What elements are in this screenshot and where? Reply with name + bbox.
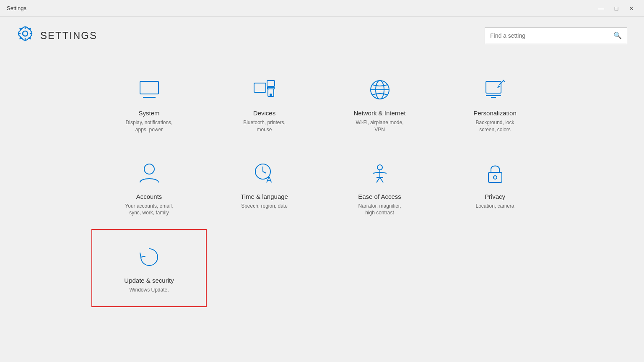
title-bar: Settings — □ ✕ — [0, 0, 644, 17]
search-icon: 🔍 — [613, 31, 622, 39]
privacy-desc: Location, camera — [475, 203, 514, 210]
system-title: System — [138, 109, 159, 117]
settings-item-accounts[interactable]: Accounts Your accounts, email,sync, work… — [91, 146, 207, 229]
search-box[interactable]: 🔍 — [485, 27, 627, 44]
update-desc: Windows Update, — [129, 286, 169, 294]
header-left: SETTINGS — [17, 25, 97, 46]
settings-item-time[interactable]: A Time & language Speech, region, date — [207, 146, 322, 229]
app-title: SETTINGS — [40, 30, 97, 42]
svg-rect-4 — [254, 83, 266, 92]
accounts-title: Accounts — [136, 193, 162, 200]
svg-rect-8 — [267, 87, 274, 89]
svg-point-26 — [493, 176, 497, 179]
ease-title: Ease of Access — [358, 193, 401, 200]
svg-point-24 — [377, 165, 382, 170]
accounts-desc: Your accounts, email,sync, work, family — [125, 203, 173, 217]
settings-window: Settings — □ ✕ SETTINGS 🔍 — [0, 0, 644, 362]
settings-item-network[interactable]: Network & Internet Wi-Fi, airplane mode,… — [322, 63, 437, 146]
devices-icon — [252, 75, 277, 104]
system-desc: Display, notifications,apps, power — [126, 119, 173, 133]
network-icon — [367, 75, 392, 104]
svg-point-0 — [23, 31, 28, 36]
personalization-desc: Background, lockscreen, colors — [475, 119, 514, 133]
personalization-icon — [483, 75, 508, 104]
devices-title: Devices — [253, 109, 275, 117]
svg-point-19 — [144, 164, 154, 174]
svg-point-7 — [270, 94, 272, 96]
personalization-title: Personalization — [473, 109, 517, 117]
search-input[interactable] — [490, 32, 613, 39]
settings-item-system[interactable]: System Display, notifications,apps, powe… — [91, 63, 207, 146]
settings-item-update[interactable]: Update & security Windows Update, — [91, 229, 207, 307]
privacy-title: Privacy — [485, 193, 505, 200]
update-title: Update & security — [124, 277, 174, 284]
svg-text:A: A — [266, 175, 272, 184]
minimize-button[interactable]: — — [595, 3, 607, 14]
system-icon — [137, 75, 162, 104]
network-desc: Wi-Fi, airplane mode,VPN — [356, 119, 403, 133]
settings-item-privacy[interactable]: Privacy Location, camera — [437, 146, 553, 229]
maximize-button[interactable]: □ — [610, 3, 622, 14]
devices-desc: Bluetooth, printers,mouse — [243, 119, 286, 133]
settings-grid: System Display, notifications,apps, powe… — [91, 63, 553, 307]
settings-gear-icon — [17, 25, 34, 46]
app-header: SETTINGS 🔍 — [0, 17, 644, 54]
time-icon: A — [252, 159, 277, 188]
settings-item-ease[interactable]: Ease of Access Narrator, magnifier,high … — [322, 146, 437, 229]
time-desc: Speech, region, date — [241, 203, 288, 210]
network-title: Network & Internet — [353, 109, 405, 117]
settings-item-devices[interactable]: Devices Bluetooth, printers,mouse — [207, 63, 322, 146]
privacy-icon — [483, 159, 508, 188]
window-title: Settings — [7, 5, 26, 11]
settings-item-personalization[interactable]: Personalization Background, lockscreen, … — [437, 63, 553, 146]
update-icon — [137, 242, 162, 272]
settings-content: System Display, notifications,apps, powe… — [0, 54, 644, 362]
time-title: Time & language — [241, 193, 288, 200]
svg-rect-1 — [140, 81, 158, 94]
ease-icon — [367, 159, 392, 188]
svg-line-22 — [263, 172, 266, 173]
window-controls: — □ ✕ — [595, 3, 637, 14]
close-button[interactable]: ✕ — [626, 3, 637, 14]
accounts-icon — [137, 159, 162, 188]
svg-rect-25 — [488, 172, 502, 182]
ease-desc: Narrator, magnifier,high contrast — [358, 203, 401, 217]
svg-rect-5 — [267, 81, 275, 86]
